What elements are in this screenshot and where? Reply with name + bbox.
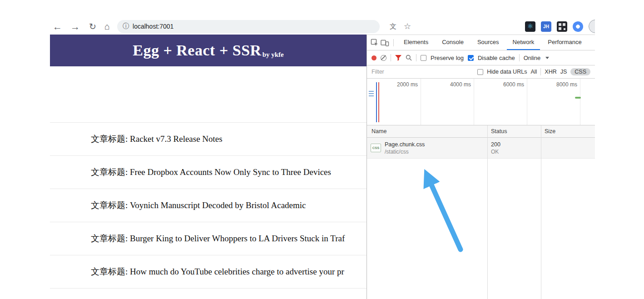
blue-extension-icon[interactable] (573, 21, 583, 32)
filter-type-css-active[interactable]: CSS (570, 68, 590, 75)
table-header-row: Name Status Size (367, 125, 595, 138)
column-header-status[interactable]: Status (487, 128, 541, 135)
network-toolbar: Preserve log Disable cache Online (367, 50, 595, 65)
bookmark-star-icon[interactable]: ☆ (404, 21, 411, 31)
preserve-log-label[interactable]: Preserve log (431, 55, 464, 61)
divider (393, 39, 394, 46)
page-title: Egg + React + SSR (133, 42, 261, 59)
list-top-spacer (50, 66, 367, 123)
article-row[interactable]: 文章标题: Racket v7.3 Release Notes (50, 123, 367, 156)
filter-type-js[interactable]: JS (560, 69, 567, 75)
request-name: Page.chunk.css (385, 141, 425, 148)
article-title: 文章标题: Racket v7.3 Release Notes (91, 133, 223, 145)
dropdown-caret-icon (545, 57, 549, 59)
disable-cache-label[interactable]: Disable cache (478, 55, 515, 61)
divider (540, 68, 541, 75)
request-name-cell: CSS Page.chunk.css /static/css (367, 138, 487, 158)
timeline-tick-label: 4000 ms (450, 81, 471, 88)
preserve-log-checkbox[interactable] (421, 55, 426, 61)
inspect-element-icon[interactable] (371, 39, 379, 47)
back-button[interactable]: ← (53, 22, 62, 31)
css-file-icon: CSS (371, 144, 381, 152)
article-title: 文章标题: Voynich Manuscript Decoded by Bris… (91, 199, 306, 211)
timeline-tick-label: 6000 ms (503, 81, 524, 88)
article-title: 文章标题: Burger King to Deliver Whoppers to… (91, 233, 345, 244)
column-header-name[interactable]: Name (367, 128, 487, 135)
tab-performance[interactable]: Performance (542, 35, 587, 50)
divider (416, 54, 416, 61)
react-devtools-extension-icon[interactable]: ⚛ (525, 21, 535, 32)
hide-data-urls-checkbox[interactable] (477, 69, 483, 75)
tab-label: Console (442, 39, 464, 45)
timeline-gridline (474, 79, 474, 125)
column-divider (487, 125, 488, 299)
page-info-icon[interactable]: ⓘ (123, 22, 129, 30)
throttling-select[interactable]: Online (524, 55, 541, 61)
record-button[interactable] (372, 55, 376, 60)
jh-extension-icon[interactable]: JH (541, 21, 551, 32)
article-row[interactable]: 文章标题: Burger King to Deliver Whoppers to… (50, 222, 367, 255)
tab-network[interactable]: Network (507, 35, 540, 50)
timeline-tick-label: 8000 ms (556, 81, 577, 88)
timeline-gridline (580, 79, 580, 125)
forward-button[interactable]: → (70, 22, 80, 31)
tab-console[interactable]: Console (436, 35, 470, 50)
url-text: localhost:7001 (133, 23, 173, 30)
device-toolbar-icon[interactable] (381, 39, 389, 46)
tab-label: Performance (548, 39, 581, 45)
filter-type-all[interactable]: All (530, 69, 537, 75)
request-size-cell (541, 138, 595, 158)
css-request-bar (575, 97, 581, 99)
home-button[interactable]: ⌂ (104, 22, 110, 31)
timeline-gridline (421, 79, 421, 125)
article-list: 文章标题: Racket v7.3 Release Notes 文章标题: Fr… (50, 66, 367, 289)
filter-funnel-icon[interactable] (395, 55, 401, 61)
article-title: 文章标题: How much do YouTube celebrities ch… (91, 266, 344, 278)
tab-sources[interactable]: Sources (471, 35, 505, 50)
page-header: Egg + React + SSR by ykfe (50, 35, 367, 66)
status-text: OK (491, 149, 541, 155)
request-bars-icon (369, 91, 374, 96)
profile-avatar[interactable] (589, 20, 595, 33)
page-byline: by ykfe (263, 51, 284, 59)
reload-button[interactable]: ↻ (89, 22, 96, 31)
search-icon[interactable] (406, 55, 412, 61)
network-filter-bar: Hide data URLs All XHR JS CSS (367, 65, 595, 79)
divider (519, 54, 520, 61)
devtools-tab-bar: Elements Console Sources Network Perform… (367, 35, 595, 50)
column-divider (541, 125, 541, 299)
clear-icon[interactable] (381, 55, 386, 61)
screenshot-canvas: ← → ↻ ⌂ ⓘ localhost:7001 文 ☆ ⚛ JH Egg + … (0, 0, 644, 299)
load-event-marker (378, 82, 379, 122)
network-overview-timeline[interactable]: 2000 ms 4000 ms 6000 ms 8000 ms (367, 79, 595, 125)
request-path: /static/css (385, 149, 425, 155)
timeline-tick-label: 2000 ms (397, 81, 418, 88)
article-title: 文章标题: Free Dropbox Accounts Now Only Syn… (91, 166, 331, 178)
filter-type-xhr[interactable]: XHR (545, 69, 556, 75)
domcontentloaded-marker (376, 82, 377, 122)
request-status-cell: 200 OK (487, 138, 541, 158)
qr-extension-icon[interactable] (557, 21, 567, 32)
hide-data-urls-label[interactable]: Hide data URLs (487, 69, 527, 75)
tab-label: Elements (404, 39, 428, 45)
article-row[interactable]: 文章标题: Voynich Manuscript Decoded by Bris… (50, 189, 367, 222)
divider (391, 54, 391, 61)
devtools-panel: Elements Console Sources Network Perform… (367, 35, 595, 299)
article-row[interactable]: 文章标题: Free Dropbox Accounts Now Only Syn… (50, 156, 367, 189)
browser-toolbar: ← → ↻ ⌂ ⓘ localhost:7001 文 ☆ ⚛ JH (50, 18, 595, 35)
status-code: 200 (491, 141, 541, 148)
network-request-table: Name Status Size CSS Page.chunk.css /sta… (367, 125, 595, 299)
filter-input[interactable] (372, 69, 440, 75)
article-row[interactable]: 文章标题: How much do YouTube celebrities ch… (50, 255, 367, 289)
tab-label: Sources (477, 39, 499, 45)
disable-cache-checkbox[interactable] (468, 55, 474, 61)
timeline-gridline (527, 79, 527, 125)
tab-elements[interactable]: Elements (398, 35, 434, 50)
translate-icon[interactable]: 文 (390, 22, 396, 31)
tab-label: Network (513, 39, 535, 45)
network-request-row[interactable]: CSS Page.chunk.css /static/css 200 OK (367, 138, 595, 159)
address-bar[interactable]: ⓘ localhost:7001 (117, 20, 380, 33)
column-header-size[interactable]: Size (541, 128, 595, 135)
